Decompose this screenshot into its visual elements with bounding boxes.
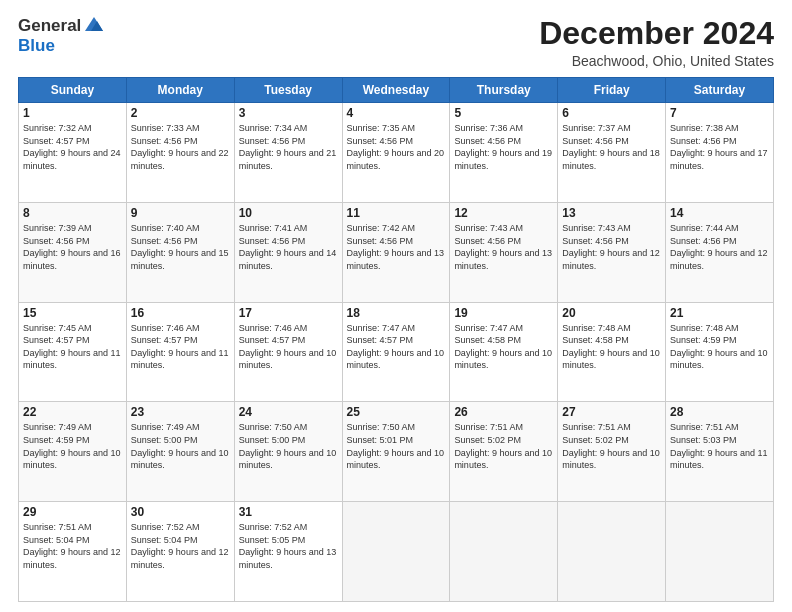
calendar-cell: 29Sunrise: 7:51 AMSunset: 5:04 PMDayligh…: [19, 502, 127, 602]
day-info: Sunrise: 7:50 AMSunset: 5:01 PMDaylight:…: [347, 421, 446, 471]
calendar-cell: 21Sunrise: 7:48 AMSunset: 4:59 PMDayligh…: [666, 302, 774, 402]
day-info: Sunrise: 7:39 AMSunset: 4:56 PMDaylight:…: [23, 222, 122, 272]
day-number: 26: [454, 405, 553, 419]
day-info: Sunrise: 7:37 AMSunset: 4:56 PMDaylight:…: [562, 122, 661, 172]
logo: General Blue: [18, 16, 105, 56]
day-number: 6: [562, 106, 661, 120]
day-info: Sunrise: 7:46 AMSunset: 4:57 PMDaylight:…: [239, 322, 338, 372]
day-number: 4: [347, 106, 446, 120]
day-number: 10: [239, 206, 338, 220]
day-info: Sunrise: 7:47 AMSunset: 4:58 PMDaylight:…: [454, 322, 553, 372]
day-number: 12: [454, 206, 553, 220]
day-info: Sunrise: 7:50 AMSunset: 5:00 PMDaylight:…: [239, 421, 338, 471]
day-number: 3: [239, 106, 338, 120]
calendar-cell: 24Sunrise: 7:50 AMSunset: 5:00 PMDayligh…: [234, 402, 342, 502]
day-info: Sunrise: 7:34 AMSunset: 4:56 PMDaylight:…: [239, 122, 338, 172]
day-info: Sunrise: 7:33 AMSunset: 4:56 PMDaylight:…: [131, 122, 230, 172]
calendar-week-row: 15Sunrise: 7:45 AMSunset: 4:57 PMDayligh…: [19, 302, 774, 402]
day-number: 20: [562, 306, 661, 320]
day-number: 7: [670, 106, 769, 120]
col-sunday: Sunday: [19, 78, 127, 103]
calendar-cell: 20Sunrise: 7:48 AMSunset: 4:58 PMDayligh…: [558, 302, 666, 402]
calendar-cell: 13Sunrise: 7:43 AMSunset: 4:56 PMDayligh…: [558, 202, 666, 302]
day-info: Sunrise: 7:52 AMSunset: 5:04 PMDaylight:…: [131, 521, 230, 571]
day-number: 14: [670, 206, 769, 220]
day-info: Sunrise: 7:49 AMSunset: 5:00 PMDaylight:…: [131, 421, 230, 471]
col-thursday: Thursday: [450, 78, 558, 103]
logo-icon: [83, 15, 105, 33]
calendar-cell: 8Sunrise: 7:39 AMSunset: 4:56 PMDaylight…: [19, 202, 127, 302]
day-number: 15: [23, 306, 122, 320]
day-number: 16: [131, 306, 230, 320]
day-number: 17: [239, 306, 338, 320]
day-number: 29: [23, 505, 122, 519]
page-header: General Blue December 2024 Beachwood, Oh…: [18, 16, 774, 69]
day-info: Sunrise: 7:52 AMSunset: 5:05 PMDaylight:…: [239, 521, 338, 571]
col-saturday: Saturday: [666, 78, 774, 103]
calendar-cell: 16Sunrise: 7:46 AMSunset: 4:57 PMDayligh…: [126, 302, 234, 402]
calendar-cell: 18Sunrise: 7:47 AMSunset: 4:57 PMDayligh…: [342, 302, 450, 402]
calendar-cell: 3Sunrise: 7:34 AMSunset: 4:56 PMDaylight…: [234, 103, 342, 203]
calendar-cell: 15Sunrise: 7:45 AMSunset: 4:57 PMDayligh…: [19, 302, 127, 402]
day-number: 25: [347, 405, 446, 419]
calendar-cell: 12Sunrise: 7:43 AMSunset: 4:56 PMDayligh…: [450, 202, 558, 302]
day-info: Sunrise: 7:38 AMSunset: 4:56 PMDaylight:…: [670, 122, 769, 172]
day-number: 21: [670, 306, 769, 320]
day-number: 1: [23, 106, 122, 120]
month-title: December 2024: [539, 16, 774, 51]
calendar-cell: 27Sunrise: 7:51 AMSunset: 5:02 PMDayligh…: [558, 402, 666, 502]
col-monday: Monday: [126, 78, 234, 103]
day-info: Sunrise: 7:48 AMSunset: 4:59 PMDaylight:…: [670, 322, 769, 372]
day-number: 19: [454, 306, 553, 320]
calendar-cell: 17Sunrise: 7:46 AMSunset: 4:57 PMDayligh…: [234, 302, 342, 402]
calendar-cell: 22Sunrise: 7:49 AMSunset: 4:59 PMDayligh…: [19, 402, 127, 502]
col-wednesday: Wednesday: [342, 78, 450, 103]
logo-blue-text: Blue: [18, 36, 55, 56]
calendar-cell: 9Sunrise: 7:40 AMSunset: 4:56 PMDaylight…: [126, 202, 234, 302]
day-info: Sunrise: 7:47 AMSunset: 4:57 PMDaylight:…: [347, 322, 446, 372]
calendar-cell: 4Sunrise: 7:35 AMSunset: 4:56 PMDaylight…: [342, 103, 450, 203]
day-number: 30: [131, 505, 230, 519]
calendar-cell: 26Sunrise: 7:51 AMSunset: 5:02 PMDayligh…: [450, 402, 558, 502]
page-container: General Blue December 2024 Beachwood, Oh…: [0, 0, 792, 612]
day-info: Sunrise: 7:45 AMSunset: 4:57 PMDaylight:…: [23, 322, 122, 372]
day-number: 22: [23, 405, 122, 419]
day-info: Sunrise: 7:51 AMSunset: 5:03 PMDaylight:…: [670, 421, 769, 471]
calendar-cell: [450, 502, 558, 602]
logo-general-text: General: [18, 16, 81, 36]
calendar-cell: 31Sunrise: 7:52 AMSunset: 5:05 PMDayligh…: [234, 502, 342, 602]
calendar-week-row: 22Sunrise: 7:49 AMSunset: 4:59 PMDayligh…: [19, 402, 774, 502]
day-number: 31: [239, 505, 338, 519]
calendar-cell: [666, 502, 774, 602]
day-info: Sunrise: 7:35 AMSunset: 4:56 PMDaylight:…: [347, 122, 446, 172]
calendar-cell: 7Sunrise: 7:38 AMSunset: 4:56 PMDaylight…: [666, 103, 774, 203]
col-friday: Friday: [558, 78, 666, 103]
calendar-cell: 11Sunrise: 7:42 AMSunset: 4:56 PMDayligh…: [342, 202, 450, 302]
calendar-cell: 14Sunrise: 7:44 AMSunset: 4:56 PMDayligh…: [666, 202, 774, 302]
day-number: 11: [347, 206, 446, 220]
calendar-week-row: 29Sunrise: 7:51 AMSunset: 5:04 PMDayligh…: [19, 502, 774, 602]
calendar-cell: 23Sunrise: 7:49 AMSunset: 5:00 PMDayligh…: [126, 402, 234, 502]
day-info: Sunrise: 7:49 AMSunset: 4:59 PMDaylight:…: [23, 421, 122, 471]
day-info: Sunrise: 7:42 AMSunset: 4:56 PMDaylight:…: [347, 222, 446, 272]
calendar-cell: 6Sunrise: 7:37 AMSunset: 4:56 PMDaylight…: [558, 103, 666, 203]
location-subtitle: Beachwood, Ohio, United States: [539, 53, 774, 69]
calendar-cell: [558, 502, 666, 602]
day-info: Sunrise: 7:43 AMSunset: 4:56 PMDaylight:…: [454, 222, 553, 272]
calendar-cell: [342, 502, 450, 602]
day-number: 8: [23, 206, 122, 220]
calendar-cell: 30Sunrise: 7:52 AMSunset: 5:04 PMDayligh…: [126, 502, 234, 602]
day-number: 23: [131, 405, 230, 419]
title-block: December 2024 Beachwood, Ohio, United St…: [539, 16, 774, 69]
day-number: 24: [239, 405, 338, 419]
day-info: Sunrise: 7:48 AMSunset: 4:58 PMDaylight:…: [562, 322, 661, 372]
calendar-cell: 1Sunrise: 7:32 AMSunset: 4:57 PMDaylight…: [19, 103, 127, 203]
calendar-cell: 10Sunrise: 7:41 AMSunset: 4:56 PMDayligh…: [234, 202, 342, 302]
calendar-cell: 2Sunrise: 7:33 AMSunset: 4:56 PMDaylight…: [126, 103, 234, 203]
calendar-cell: 28Sunrise: 7:51 AMSunset: 5:03 PMDayligh…: [666, 402, 774, 502]
calendar-cell: 25Sunrise: 7:50 AMSunset: 5:01 PMDayligh…: [342, 402, 450, 502]
day-info: Sunrise: 7:40 AMSunset: 4:56 PMDaylight:…: [131, 222, 230, 272]
col-tuesday: Tuesday: [234, 78, 342, 103]
calendar-week-row: 1Sunrise: 7:32 AMSunset: 4:57 PMDaylight…: [19, 103, 774, 203]
day-number: 27: [562, 405, 661, 419]
